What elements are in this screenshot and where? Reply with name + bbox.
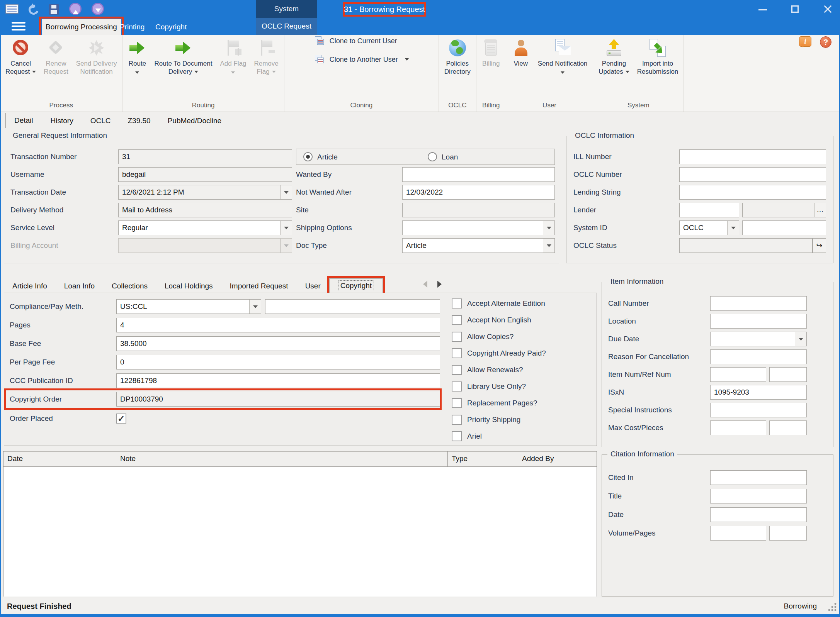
oclc-number-field[interactable]: [679, 167, 826, 182]
citation-date-field[interactable]: [710, 507, 807, 522]
tab-detail[interactable]: Detail: [5, 113, 42, 128]
subtab-user[interactable]: User: [297, 280, 329, 293]
route-button[interactable]: Route: [124, 36, 150, 76]
loan-radio[interactable]: [428, 152, 437, 161]
article-radio[interactable]: [303, 152, 313, 161]
info-bubble-icon[interactable]: i: [799, 36, 811, 47]
ariel-checkbox[interactable]: [452, 431, 462, 441]
tab-z3950[interactable]: Z39.50: [119, 114, 159, 128]
column-header-added-by[interactable]: Added By: [518, 451, 597, 466]
library-use-only-checkbox[interactable]: [452, 381, 462, 392]
send-notification-button[interactable]: Send Notification: [534, 36, 592, 76]
isxn-field[interactable]: 1095-9203: [710, 385, 807, 400]
column-header-date[interactable]: Date: [3, 451, 116, 466]
copyright-already-paid-checkbox[interactable]: [452, 348, 462, 358]
ccc-publication-id-field[interactable]: 122861798: [116, 373, 440, 388]
tab-copyright[interactable]: Copyright: [151, 19, 190, 35]
column-header-type[interactable]: Type: [448, 451, 518, 466]
pages-field[interactable]: 4: [116, 318, 440, 332]
hamburger-menu-icon[interactable]: [12, 21, 29, 32]
lender-field[interactable]: [679, 203, 739, 217]
transaction-date-field[interactable]: 12/6/2021 2:12 PM: [118, 185, 292, 200]
dropdown-arrow-icon[interactable]: [280, 221, 292, 235]
priority-shipping-checkbox[interactable]: [452, 415, 462, 425]
clone-to-current-user-button[interactable]: Clone to Current User: [314, 36, 409, 46]
form-icon[interactable]: [5, 4, 19, 14]
route-to-document-delivery-button[interactable]: Route To Document Delivery: [150, 36, 216, 76]
tab-printing[interactable]: Printing: [116, 19, 148, 35]
doc-type-combo[interactable]: Article: [402, 238, 555, 253]
pieces-field[interactable]: [769, 420, 807, 435]
accept-non-english-checkbox[interactable]: [452, 315, 462, 325]
wanted-by-field[interactable]: [402, 167, 555, 182]
dropdown-arrow-icon[interactable]: [727, 221, 739, 235]
item-num-field[interactable]: [710, 367, 766, 382]
policies-directory-button[interactable]: Policies Directory: [440, 36, 474, 76]
notes-table-body[interactable]: [3, 467, 597, 597]
subtab-article-info[interactable]: Article Info: [4, 280, 56, 293]
previous-request-icon[interactable]: [69, 3, 82, 15]
allow-copies-checkbox[interactable]: [452, 332, 462, 342]
reason-for-cancellation-field[interactable]: [710, 349, 807, 364]
tab-oclc-request[interactable]: OCLC Request: [256, 18, 317, 35]
next-request-icon[interactable]: [92, 3, 104, 15]
not-wanted-after-field[interactable]: 12/03/2022: [402, 185, 555, 200]
column-header-note[interactable]: Note: [116, 451, 448, 466]
tab-history[interactable]: History: [42, 114, 82, 128]
location-field[interactable]: [710, 314, 807, 329]
dropdown-arrow-icon[interactable]: [795, 332, 806, 346]
close-button[interactable]: [822, 3, 833, 14]
accept-alternate-edition-checkbox[interactable]: [452, 298, 462, 308]
system-id-combo[interactable]: OCLC: [679, 220, 739, 235]
browse-ellipsis-button[interactable]: …: [814, 203, 826, 217]
dropdown-arrow-icon[interactable]: [543, 221, 554, 235]
lending-string-field[interactable]: [679, 185, 826, 200]
due-date-combo[interactable]: [710, 332, 807, 346]
tab-borrowing-processing[interactable]: Borrowing Processing: [42, 19, 121, 35]
per-page-fee-field[interactable]: 0: [116, 355, 440, 370]
scroll-right-icon[interactable]: [437, 281, 442, 288]
import-into-resubmission-button[interactable]: Import into Resubmission: [633, 36, 682, 76]
shipping-options-combo[interactable]: [402, 220, 555, 235]
volume-field[interactable]: [710, 526, 766, 541]
system-id-value-field[interactable]: [742, 220, 826, 235]
subtab-imported-request[interactable]: Imported Request: [221, 280, 297, 293]
compliance-extra-field[interactable]: [265, 299, 440, 314]
scroll-left-icon[interactable]: [423, 281, 427, 288]
ill-number-field[interactable]: [679, 149, 826, 164]
subtab-local-holdings[interactable]: Local Holdings: [156, 280, 221, 293]
maximize-button[interactable]: [790, 3, 801, 14]
refresh-icon[interactable]: [27, 3, 41, 16]
base-fee-field[interactable]: 38.5000: [116, 336, 440, 351]
service-level-combo[interactable]: Regular: [118, 220, 292, 235]
citation-title-field[interactable]: [710, 489, 807, 503]
oclc-status-action-button[interactable]: ↪: [813, 238, 826, 253]
resize-grip[interactable]: [828, 603, 837, 612]
replacement-pages-checkbox[interactable]: [452, 398, 462, 408]
help-icon[interactable]: ?: [820, 36, 831, 48]
dropdown-arrow-icon[interactable]: [280, 185, 292, 199]
tab-oclc[interactable]: OCLC: [82, 114, 119, 128]
dropdown-arrow-icon[interactable]: [249, 300, 261, 314]
save-icon[interactable]: [49, 4, 59, 15]
subtab-copyright[interactable]: Copyright: [329, 278, 383, 293]
dropdown-arrow-icon[interactable]: [543, 239, 554, 253]
max-cost-field[interactable]: [710, 420, 766, 435]
call-number-field[interactable]: [710, 296, 807, 311]
cited-in-field[interactable]: [710, 470, 807, 485]
view-user-button[interactable]: View: [508, 36, 534, 68]
ref-num-field[interactable]: [769, 367, 807, 382]
pending-updates-button[interactable]: Pending Updates: [595, 36, 633, 76]
tab-pubmed-docline[interactable]: PubMed/Docline: [159, 114, 230, 128]
special-instructions-field[interactable]: [710, 403, 807, 417]
compliance-combo[interactable]: US:CCL: [116, 299, 261, 314]
clone-to-another-user-button[interactable]: Clone to Another User: [314, 54, 409, 65]
minimize-button[interactable]: [757, 3, 768, 14]
ribbon-group-label: Routing: [124, 101, 282, 112]
subtab-collections[interactable]: Collections: [103, 280, 156, 293]
order-placed-checkbox[interactable]: ✓: [116, 414, 126, 424]
pages-citation-field[interactable]: [769, 526, 807, 541]
allow-renewals-checkbox[interactable]: [452, 365, 462, 375]
cancel-request-button[interactable]: Cancel Request: [2, 36, 40, 76]
subtab-loan-info[interactable]: Loan Info: [56, 280, 103, 293]
